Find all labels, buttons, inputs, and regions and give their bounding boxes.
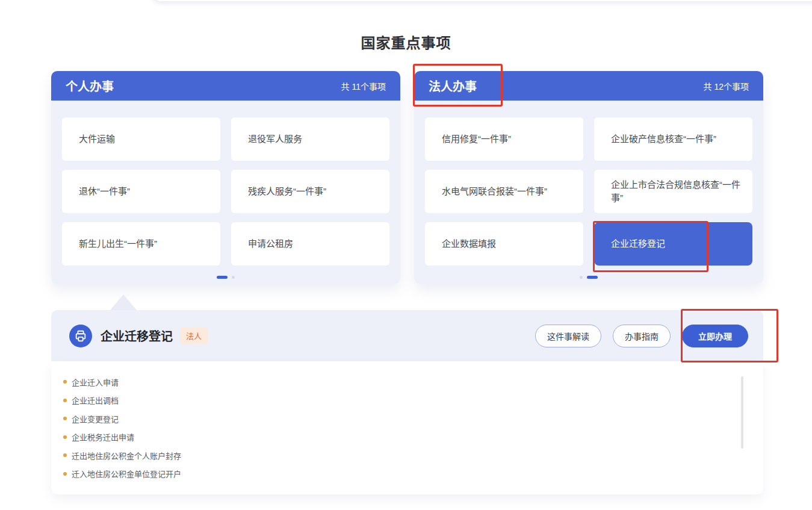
list-item[interactable]: 迁入地住房公积金单位登记开户 (63, 468, 739, 480)
service-cell[interactable]: 新生儿出生“一件事” (62, 222, 220, 266)
list-item-label: 企业迁入申请 (72, 376, 119, 388)
service-cell[interactable]: 退役军人服务 (231, 117, 389, 161)
legal-person-card-header: 法人办事 共 12个事项 (414, 71, 763, 101)
list-item[interactable]: 企业税务迁出申请 (63, 431, 739, 443)
page: 国家重点事项 个人办事 共 11个事项 大件运输 退役军人服务 退休“一件事” … (0, 0, 812, 510)
legal-person-services-card: 法人办事 共 12个事项 信用修复“一件事” 企业破产信息核查“一件事” 水电气… (414, 71, 763, 284)
explain-button[interactable]: 这件事解读 (535, 325, 601, 347)
upper-section-bottom-edge (150, 0, 812, 1)
page-title: 国家重点事项 (0, 31, 812, 52)
list-item[interactable]: 迁出地住房公积金个人账户封存 (63, 449, 739, 461)
bullet-icon (63, 417, 67, 420)
service-cell-label: 大件运输 (79, 132, 115, 146)
detail-panel-header: 企业迁移登记 法人 这件事解读 办事指南 立即办理 (51, 310, 763, 361)
apply-now-button[interactable]: 立即办理 (682, 325, 748, 347)
bullet-icon (63, 453, 67, 457)
list-item[interactable]: 企业变更登记 (63, 412, 739, 424)
list-item[interactable]: 企业迁出调档 (63, 394, 739, 406)
service-cell-label: 新生儿出生“一件事” (79, 237, 157, 251)
service-cell-label: 水电气网联合报装“一件事” (442, 185, 547, 199)
list-item-label: 企业迁出调档 (72, 394, 119, 406)
service-cell[interactable]: 水电气网联合报装“一件事” (425, 170, 583, 213)
list-item-label: 企业变更登记 (72, 413, 119, 424)
bullet-icon (63, 380, 67, 384)
service-cell[interactable]: 申请公租房 (231, 222, 389, 266)
service-cell-label: 退休“一件事” (79, 185, 130, 199)
bullet-icon (63, 472, 67, 476)
sub-service-list: 企业迁入申请 企业迁出调档 企业变更登记 企业税务迁出申请 迁出地住房公积金个人… (63, 376, 739, 480)
bullet-icon (63, 435, 67, 439)
personal-services-card: 个人办事 共 11个事项 大件运输 退役军人服务 退休“一件事” 残疾人服务“一… (51, 71, 400, 284)
service-cell[interactable]: 退休“一件事” (62, 170, 220, 213)
personal-card-count: 共 11个事项 (341, 80, 386, 92)
list-item-label: 迁出地住房公积金个人账户封存 (72, 450, 181, 461)
legal-person-card-count: 共 12个事项 (704, 80, 749, 92)
list-item-label: 企业税务迁出申请 (72, 431, 134, 443)
enterprise-migration-cell[interactable]: 企业迁移登记 (594, 222, 752, 266)
service-cell-label: 残疾人服务“一件事” (248, 185, 326, 199)
service-cell-label: 退役军人服务 (248, 132, 302, 146)
detail-title: 企业迁移登记 (101, 327, 173, 344)
legal-person-card-title: 法人办事 (429, 77, 477, 95)
service-cell[interactable]: 企业数据填报 (425, 222, 583, 266)
guide-button[interactable]: 办事指南 (613, 325, 671, 347)
personal-card-title: 个人办事 (66, 77, 114, 95)
detail-actions: 这件事解读 办事指南 立即办理 (535, 325, 748, 347)
pagination-dot[interactable] (580, 276, 583, 279)
pagination-active-indicator[interactable] (587, 276, 598, 279)
service-cell[interactable]: 企业破产信息核查“一件事” (594, 117, 752, 161)
personal-carousel-pagination (51, 276, 400, 279)
list-item[interactable]: 企业迁入申请 (63, 376, 739, 388)
service-cell-label: 企业数据填报 (442, 237, 496, 251)
service-doc-icon (69, 325, 92, 347)
service-cell-label: 信用修复“一件事” (442, 132, 511, 146)
pagination-dot[interactable] (232, 276, 235, 279)
panel-pointer-triangle (110, 294, 137, 310)
service-cell-label: 企业上市合法合规信息核查“一件事” (611, 178, 740, 205)
list-item-label: 迁入地住房公积金单位登记开户 (72, 468, 181, 479)
detail-panel-body: 企业迁入申请 企业迁出调档 企业变更登记 企业税务迁出申请 迁出地住房公积金个人… (51, 361, 763, 494)
service-cell[interactable]: 大件运输 (62, 117, 220, 161)
scrollbar-thumb[interactable] (741, 376, 743, 449)
legal-person-badge: 法人 (180, 328, 208, 344)
service-detail-panel: 企业迁移登记 法人 这件事解读 办事指南 立即办理 企业迁入申请 企业迁出调档 … (51, 310, 763, 494)
personal-card-body: 大件运输 退役军人服务 退休“一件事” 残疾人服务“一件事” 新生儿出生“一件事… (51, 101, 400, 284)
service-cell[interactable]: 信用修复“一件事” (425, 117, 583, 161)
service-cell[interactable]: 残疾人服务“一件事” (231, 170, 389, 213)
legal-person-carousel-pagination (414, 276, 763, 279)
legal-person-card-body: 信用修复“一件事” 企业破产信息核查“一件事” 水电气网联合报装“一件事” 企业… (414, 101, 763, 284)
personal-card-header: 个人办事 共 11个事项 (51, 71, 400, 101)
service-cell-label: 申请公租房 (248, 237, 293, 251)
pagination-active-indicator[interactable] (217, 276, 228, 279)
service-cell-label: 企业破产信息核查“一件事” (611, 132, 716, 146)
service-cell-label: 企业迁移登记 (611, 237, 665, 251)
bullet-icon (63, 399, 67, 402)
service-cell[interactable]: 企业上市合法合规信息核查“一件事” (594, 170, 752, 213)
